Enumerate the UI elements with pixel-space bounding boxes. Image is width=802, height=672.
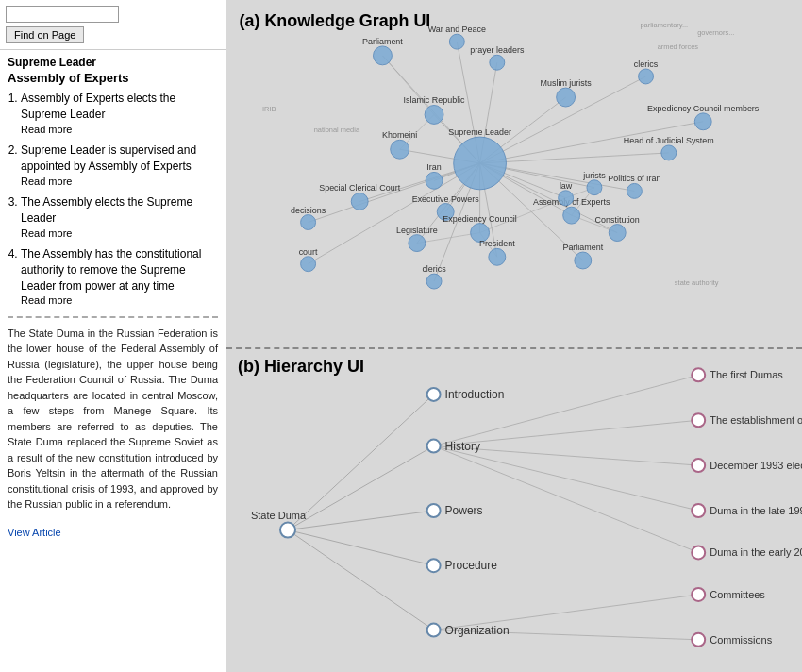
svg-text:The first Dumas: The first Dumas: [710, 369, 783, 380]
svg-point-36: [374, 46, 393, 65]
svg-point-74: [627, 183, 642, 198]
svg-text:Khomeini: Khomeini: [382, 130, 417, 140]
svg-text:Expediency Council members: Expediency Council members: [647, 104, 760, 113]
svg-text:Supreme Leader: Supreme Leader: [448, 127, 511, 137]
svg-point-40: [490, 55, 505, 70]
svg-text:clerics: clerics: [422, 264, 446, 274]
svg-text:armed forces: armed forces: [658, 42, 699, 51]
left-title: Supreme Leader: [8, 56, 218, 69]
svg-point-78: [301, 215, 316, 230]
svg-text:War and Peace: War and Peace: [428, 25, 486, 34]
svg-point-76: [559, 191, 574, 206]
svg-text:IRIB: IRIB: [262, 105, 276, 113]
kg-svg: (a) Knowledge Graph UISupreme LeaderParl…: [226, 0, 802, 347]
search-bar: Find on Page: [0, 0, 226, 50]
svg-text:Politics of Iran: Politics of Iran: [608, 174, 660, 183]
svg-text:Iran: Iran: [426, 162, 441, 172]
svg-point-112: [427, 559, 441, 572]
svg-point-106: [427, 388, 441, 401]
list-item: The Assembly has the constitutional auth…: [21, 246, 218, 309]
read-more-link[interactable]: Read more: [21, 294, 218, 308]
read-more-link[interactable]: Read more: [21, 123, 218, 137]
svg-point-54: [426, 172, 443, 189]
svg-text:decisions: decisions: [291, 206, 326, 215]
svg-point-42: [639, 69, 654, 84]
list-item: Supreme Leader is supervised and appoint…: [21, 143, 218, 189]
hier-section: (b) Hierarchy UIState DumaIntroductionHi…: [226, 349, 802, 672]
svg-text:Expediency Council: Expediency Council: [443, 214, 517, 224]
svg-point-52: [391, 140, 409, 159]
svg-point-104: [280, 523, 295, 538]
svg-text:governors...: governors...: [697, 28, 734, 37]
left-list: Assembly of Experts elects the Supreme L…: [21, 91, 218, 309]
svg-text:Organization: Organization: [445, 624, 510, 637]
svg-text:Special Clerical Court: Special Clerical Court: [319, 183, 400, 193]
svg-point-114: [427, 624, 441, 637]
svg-point-64: [489, 248, 506, 265]
svg-text:jurists: jurists: [582, 171, 606, 180]
svg-text:State Duma: State Duma: [251, 510, 307, 521]
svg-point-128: [692, 633, 705, 647]
svg-point-44: [557, 88, 576, 107]
svg-point-48: [694, 113, 711, 130]
svg-text:(b) Hierarchy UI: (b) Hierarchy UI: [238, 357, 364, 376]
svg-text:parliamentary...: parliamentary...: [640, 21, 688, 29]
svg-point-126: [692, 588, 705, 601]
hier-svg: (b) Hierarchy UIState DumaIntroductionHi…: [226, 349, 802, 672]
svg-point-50: [661, 145, 677, 160]
svg-point-66: [563, 207, 580, 224]
svg-text:Constitution: Constitution: [595, 215, 640, 225]
svg-point-110: [427, 504, 441, 517]
left-content: Supreme Leader Assembly of Experts Assem…: [0, 50, 226, 672]
svg-text:December 1993 elections: December 1993 elections: [710, 460, 802, 471]
kg-section: (a) Knowledge Graph UISupreme LeaderParl…: [226, 0, 802, 349]
svg-text:Committees: Committees: [710, 589, 765, 600]
svg-point-34: [454, 137, 507, 190]
svg-text:Duma in the late 1990s: Duma in the late 1990s: [710, 505, 802, 516]
svg-text:Powers: Powers: [445, 504, 483, 517]
list-item: The Assembly elects the Supreme Leader R…: [21, 194, 218, 241]
svg-text:national media: national media: [314, 126, 360, 134]
find-button[interactable]: Find on Page: [6, 26, 84, 43]
body-text: The State Duma in the Russian Federation…: [8, 326, 218, 512]
svg-point-120: [692, 459, 705, 472]
svg-text:Introduction: Introduction: [445, 388, 505, 401]
svg-text:clerics: clerics: [634, 59, 659, 69]
svg-point-82: [426, 274, 442, 289]
search-input[interactable]: [6, 6, 119, 23]
svg-text:prayer leaders: prayer leaders: [470, 45, 525, 55]
list-item: Assembly of Experts elects the Supreme L…: [21, 91, 218, 137]
svg-point-122: [692, 504, 705, 517]
divider: [8, 316, 218, 318]
svg-point-70: [609, 225, 626, 242]
svg-text:The establishment of the Duma: The establishment of the Duma: [710, 414, 802, 426]
left-panel: Find on Page Supreme Leader Assembly of …: [0, 0, 226, 672]
svg-text:(a) Knowledge Graph UI: (a) Knowledge Graph UI: [240, 11, 431, 30]
svg-point-46: [425, 105, 443, 124]
svg-text:History: History: [445, 440, 480, 453]
svg-text:Commissions: Commissions: [710, 634, 773, 646]
svg-point-80: [301, 257, 316, 272]
svg-text:Muslim jurists: Muslim jurists: [541, 78, 593, 88]
view-article-link[interactable]: View Article: [8, 527, 61, 538]
svg-point-68: [575, 252, 592, 269]
svg-point-38: [449, 34, 464, 49]
svg-text:Islamic Republic: Islamic Republic: [404, 96, 466, 106]
svg-point-116: [692, 368, 705, 381]
svg-text:Executive Powers: Executive Powers: [412, 194, 480, 204]
read-more-link[interactable]: Read more: [21, 175, 218, 189]
svg-text:Procedure: Procedure: [445, 559, 498, 572]
svg-text:Parliament: Parliament: [562, 243, 603, 252]
read-more-link[interactable]: Read more: [21, 227, 218, 241]
svg-point-124: [692, 546, 705, 559]
svg-point-118: [692, 413, 705, 427]
svg-text:law: law: [560, 181, 573, 191]
svg-text:Duma in the early 2000s: Duma in the early 2000s: [710, 546, 802, 558]
svg-text:Legislature: Legislature: [396, 226, 438, 235]
svg-text:President: President: [479, 239, 515, 248]
svg-text:state authority: state authority: [675, 278, 719, 287]
svg-point-72: [587, 180, 602, 195]
svg-text:Parliament: Parliament: [362, 37, 403, 46]
svg-point-62: [409, 235, 426, 252]
right-panel: (a) Knowledge Graph UISupreme LeaderParl…: [226, 0, 802, 672]
